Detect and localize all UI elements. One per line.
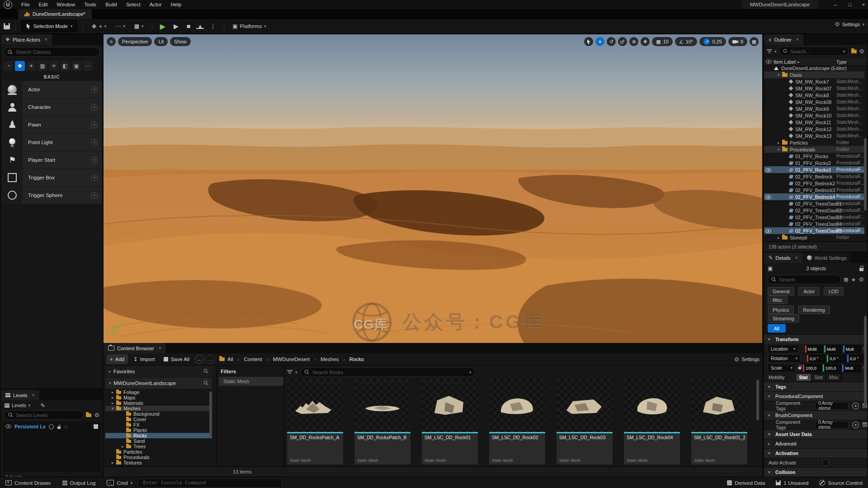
details-settings-icon[interactable]: ⚙ bbox=[859, 276, 864, 283]
outliner-row-selected[interactable]: 02_PFV_Bedrock4ProceduralF... bbox=[764, 193, 864, 200]
save-all-button[interactable]: Save All bbox=[160, 354, 193, 364]
tree-row[interactable]: Cover bbox=[105, 417, 212, 422]
search-assets-input[interactable]: ▾ bbox=[300, 367, 476, 377]
menu-actor[interactable]: Actor bbox=[145, 0, 166, 9]
add-element-icon[interactable]: + bbox=[852, 403, 859, 409]
breadcrumb-all[interactable]: All bbox=[227, 357, 233, 362]
place-actors-tab[interactable]: ❖ Place Actors× bbox=[1, 34, 52, 45]
outliner-row[interactable]: ▾Oasis bbox=[764, 71, 864, 78]
basic-category-icon[interactable]: ❖ bbox=[15, 61, 25, 71]
outliner-row[interactable]: SM_RW_Rock8StaticMesh... bbox=[764, 92, 864, 99]
outliner-row[interactable]: SM_RW_Rock07StaticMesh... bbox=[764, 85, 864, 92]
tree-scrollbar[interactable] bbox=[209, 391, 212, 436]
advanced-header[interactable]: ▸Advanced bbox=[764, 439, 867, 448]
asset-tile[interactable]: SM_LSC_DD_Rock03Static Mesh bbox=[557, 379, 613, 465]
back-icon[interactable]: ← bbox=[195, 355, 204, 364]
place-actor-item-pawn[interactable]: ♟ Pawn? bbox=[2, 116, 102, 133]
help-icon[interactable]: ? bbox=[91, 86, 98, 93]
outliner-row[interactable]: 02_PFV_Bedrock2ProceduralF... bbox=[764, 180, 864, 187]
unreal-logo-icon[interactable]: U bbox=[4, 0, 12, 9]
outliner-row[interactable]: 02_PFV_Bedrock3ProceduralF... bbox=[764, 187, 864, 193]
new-folder-icon[interactable] bbox=[86, 413, 91, 417]
help-icon[interactable]: ? bbox=[91, 104, 98, 111]
tree-row-selected[interactable]: Rocks bbox=[105, 433, 212, 438]
source-control-button[interactable]: Source Control bbox=[814, 477, 868, 488]
chip-physics[interactable]: Physics bbox=[768, 305, 794, 314]
chip-streaming[interactable]: Streaming bbox=[768, 314, 799, 323]
tags-section-header[interactable]: ▾Tags bbox=[764, 382, 867, 391]
menu-edit[interactable]: Edit bbox=[34, 0, 52, 9]
asset-tile[interactable]: SM_LSC_DD_Rock01Static Mesh bbox=[422, 379, 478, 465]
chip-misc[interactable]: Misc bbox=[768, 296, 788, 304]
geometry-category-icon[interactable]: ◧ bbox=[60, 61, 70, 71]
place-actor-item-point-light[interactable]: Point Light? bbox=[2, 134, 102, 151]
breadcrumb-project[interactable]: MWDuneDesert bbox=[273, 357, 310, 362]
pull-down-icon[interactable]: ▣ bbox=[768, 265, 773, 272]
chip-lod[interactable]: LOD bbox=[824, 287, 844, 296]
menu-select[interactable]: Select bbox=[122, 0, 145, 9]
output-log-button[interactable]: Output Log bbox=[57, 477, 102, 488]
close-icon[interactable]: × bbox=[45, 37, 47, 42]
help-icon[interactable]: ? bbox=[91, 174, 98, 181]
procedural-component-header[interactable]: ▾ProceduralComponent bbox=[764, 391, 867, 401]
assets-scrollbar[interactable] bbox=[756, 380, 759, 420]
eye-icon[interactable] bbox=[765, 229, 771, 234]
outliner-row[interactable]: SM_RW_Rock11StaticMesh... bbox=[764, 119, 864, 126]
maximize-viewport-icon[interactable]: ▦ bbox=[750, 37, 759, 46]
menu-tools[interactable]: Tools bbox=[80, 0, 101, 9]
forward-icon[interactable]: → bbox=[206, 355, 215, 364]
lock-icon[interactable] bbox=[57, 427, 61, 429]
display-options-icon[interactable]: ▦ bbox=[844, 277, 848, 282]
project-root-header[interactable]: ▾MWDuneDesertLandscape bbox=[105, 378, 212, 389]
outliner-row-selected[interactable]: 01_PFV_Rocks3ProceduralF... bbox=[764, 166, 864, 173]
outliner-row[interactable]: SM_RW_Rock9StaticMesh... bbox=[764, 105, 864, 112]
select-tool-icon[interactable] bbox=[584, 37, 593, 46]
level-tab[interactable]: DuneDesertLandscape* bbox=[18, 9, 92, 19]
location-y-field[interactable]: Multi bbox=[824, 345, 842, 353]
stop-button[interactable]: ■ bbox=[184, 23, 193, 30]
outliner-row-selected[interactable]: 02_PFV_TreesOasis5ProceduralF... bbox=[764, 227, 864, 234]
vfx-category-icon[interactable]: ✳ bbox=[49, 61, 59, 71]
details-tab[interactable]: ✎Details× bbox=[764, 253, 802, 263]
tree-row[interactable]: ▸Materials bbox=[105, 400, 212, 406]
perspective-dropdown[interactable]: Perspective bbox=[118, 37, 152, 46]
selection-mode-dropdown[interactable]: Selection Mode ▾ bbox=[21, 20, 77, 32]
eject-button[interactable]: ▴ bbox=[196, 23, 204, 29]
scale-z-field[interactable]: Mult bbox=[842, 364, 860, 372]
help-icon[interactable]: ? bbox=[91, 139, 98, 146]
details-scrollbar[interactable] bbox=[864, 316, 867, 406]
location-dropdown[interactable]: Location▾ bbox=[768, 345, 799, 353]
chip-rendering[interactable]: Rendering bbox=[798, 305, 830, 314]
place-actor-item-actor[interactable]: Actor? bbox=[2, 81, 102, 98]
content-drawer-button[interactable]: Content Drawer bbox=[0, 477, 57, 488]
outliner-scrollbar[interactable] bbox=[864, 138, 867, 211]
auto-activate-checkbox[interactable] bbox=[822, 460, 829, 466]
cinematics-dropdown[interactable]: ▦▾ bbox=[132, 21, 146, 32]
static-mesh-filter-chip[interactable]: Static Mesh bbox=[219, 377, 283, 386]
levels-settings-icon[interactable]: ⚙ bbox=[94, 412, 99, 418]
all-classes-category-icon[interactable]: ⋯ bbox=[83, 61, 93, 71]
outliner-row[interactable]: 01_PFV_RocksProceduralF... bbox=[764, 153, 864, 160]
play-button[interactable]: ▶ bbox=[158, 22, 168, 31]
outliner-row[interactable]: 02_PFV_BedrockProceduralF... bbox=[764, 173, 864, 180]
asset-user-data-header[interactable]: ▾Asset User Data bbox=[764, 429, 867, 439]
lock-icon[interactable] bbox=[859, 268, 863, 271]
place-actor-item-trigger-sphere[interactable]: Trigger Sphere? bbox=[2, 187, 102, 204]
close-icon[interactable]: × bbox=[32, 393, 35, 398]
outliner-row[interactable]: SM_RW_Rock13StaticMesh... bbox=[764, 132, 864, 139]
persistent-level-row[interactable]: Persistent Le ∴ bbox=[3, 422, 101, 432]
tree-row[interactable]: Particles bbox=[105, 449, 212, 455]
derived-data-button[interactable]: Derived Data bbox=[722, 477, 770, 488]
camera-speed-control[interactable]: 8 bbox=[728, 37, 747, 46]
grid-snap-control[interactable]: ▦10 bbox=[652, 37, 673, 46]
save-icon[interactable] bbox=[4, 23, 10, 29]
help-icon[interactable]: ? bbox=[91, 122, 98, 128]
tree-row[interactable]: Plants bbox=[105, 427, 212, 433]
blueprints-dropdown[interactable]: ⋯▾ bbox=[113, 21, 128, 32]
chip-general[interactable]: General bbox=[768, 287, 794, 296]
outliner-row[interactable]: SM_RW_Rock7StaticMesh... bbox=[764, 78, 864, 85]
maximize-button[interactable]: □ bbox=[844, 0, 856, 9]
recently-placed-icon[interactable]: ◔ bbox=[4, 61, 14, 71]
search-icon[interactable] bbox=[203, 369, 208, 375]
scale-lock-icon[interactable] bbox=[798, 366, 802, 369]
